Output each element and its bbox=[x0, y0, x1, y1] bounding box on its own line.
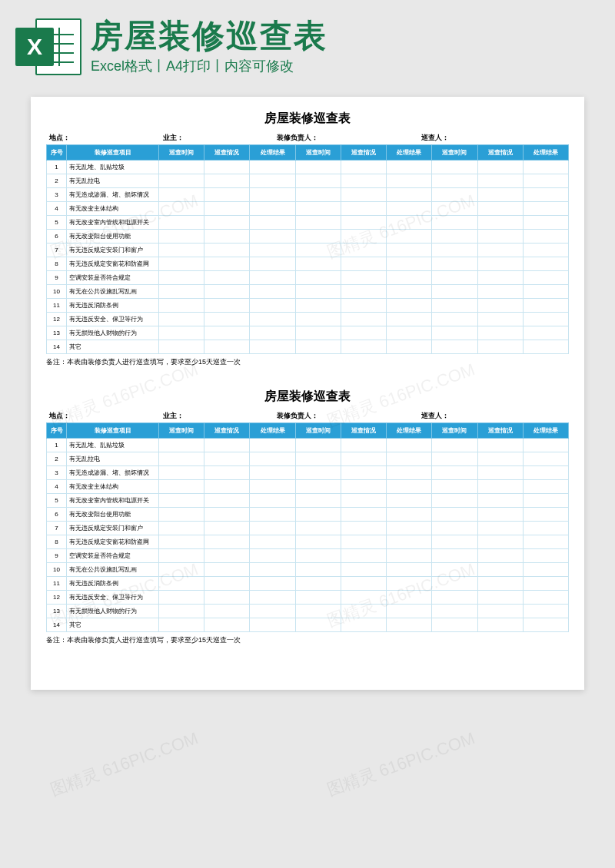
empty-cell bbox=[432, 216, 477, 230]
empty-cell bbox=[523, 161, 568, 174]
excel-icon: X bbox=[15, 14, 81, 80]
table-row: 13有无损毁他人财物的行为 bbox=[47, 326, 569, 340]
empty-cell bbox=[523, 299, 568, 313]
table-row: 5有无改变室内管线和电源开关 bbox=[47, 494, 569, 508]
empty-cell bbox=[523, 480, 568, 494]
empty-cell bbox=[295, 244, 341, 257]
table-row: 10有无在公共设施乱写乱画 bbox=[47, 285, 569, 299]
empty-cell bbox=[204, 230, 250, 244]
empty-cell bbox=[204, 216, 250, 230]
empty-cell bbox=[341, 271, 386, 285]
row-seq: 2 bbox=[47, 174, 67, 188]
column-header: 处理结果 bbox=[250, 423, 295, 439]
empty-cell bbox=[159, 439, 204, 452]
row-seq: 4 bbox=[47, 202, 67, 216]
empty-cell bbox=[341, 174, 386, 188]
empty-cell bbox=[204, 618, 250, 632]
empty-cell bbox=[159, 535, 204, 549]
table-row: 7有无违反规定安装门和窗户 bbox=[47, 522, 569, 535]
empty-cell bbox=[341, 480, 386, 494]
empty-cell bbox=[295, 216, 341, 230]
empty-cell bbox=[341, 202, 386, 216]
table-row: 8有无违反规定安窗花和防盗网 bbox=[47, 535, 569, 549]
empty-cell bbox=[159, 230, 204, 244]
empty-cell bbox=[477, 480, 523, 494]
empty-cell bbox=[204, 257, 250, 271]
empty-cell bbox=[250, 161, 295, 174]
empty-cell bbox=[250, 466, 295, 480]
empty-cell bbox=[250, 494, 295, 508]
empty-cell bbox=[341, 439, 386, 452]
empty-cell bbox=[204, 480, 250, 494]
empty-cell bbox=[295, 230, 341, 244]
empty-cell bbox=[295, 591, 341, 605]
empty-cell bbox=[250, 271, 295, 285]
empty-cell bbox=[432, 618, 477, 632]
row-item: 有无在公共设施乱写乱画 bbox=[67, 285, 159, 299]
empty-cell bbox=[159, 174, 204, 188]
empty-cell bbox=[477, 618, 523, 632]
empty-cell bbox=[477, 577, 523, 591]
empty-cell bbox=[159, 563, 204, 577]
empty-cell bbox=[250, 230, 295, 244]
empty-cell bbox=[432, 340, 477, 354]
empty-cell bbox=[204, 326, 250, 340]
table-row: 14其它 bbox=[47, 618, 569, 632]
column-header: 巡查情况 bbox=[204, 145, 250, 161]
empty-cell bbox=[341, 466, 386, 480]
empty-cell bbox=[432, 466, 477, 480]
empty-cell bbox=[341, 452, 386, 466]
empty-cell bbox=[250, 257, 295, 271]
empty-cell bbox=[523, 188, 568, 202]
row-item: 有无乱拉电 bbox=[67, 174, 159, 188]
info-label: 装修负责人： bbox=[277, 133, 421, 143]
empty-cell bbox=[387, 494, 432, 508]
inspection-form: 房屋装修巡查表地点：业主：装修负责人：巡查人：序号装修巡查项目巡查时间巡查情况处… bbox=[46, 389, 569, 645]
empty-cell bbox=[432, 174, 477, 188]
empty-cell bbox=[477, 326, 523, 340]
empty-cell bbox=[250, 522, 295, 535]
empty-cell bbox=[477, 216, 523, 230]
empty-cell bbox=[159, 188, 204, 202]
empty-cell bbox=[523, 313, 568, 326]
empty-cell bbox=[477, 508, 523, 522]
table-row: 2有无乱拉电 bbox=[47, 452, 569, 466]
row-seq: 6 bbox=[47, 508, 67, 522]
empty-cell bbox=[341, 244, 386, 257]
empty-cell bbox=[250, 535, 295, 549]
empty-cell bbox=[387, 326, 432, 340]
empty-cell bbox=[387, 161, 432, 174]
row-seq: 10 bbox=[47, 563, 67, 577]
empty-cell bbox=[387, 439, 432, 452]
empty-cell bbox=[204, 188, 250, 202]
empty-cell bbox=[341, 285, 386, 299]
empty-cell bbox=[204, 202, 250, 216]
empty-cell bbox=[523, 326, 568, 340]
row-seq: 10 bbox=[47, 285, 67, 299]
empty-cell bbox=[387, 466, 432, 480]
empty-cell bbox=[477, 257, 523, 271]
empty-cell bbox=[523, 439, 568, 452]
empty-cell bbox=[250, 313, 295, 326]
empty-cell bbox=[432, 326, 477, 340]
row-item: 有无乱堆、乱贴垃圾 bbox=[67, 161, 159, 174]
empty-cell bbox=[204, 522, 250, 535]
empty-cell bbox=[477, 202, 523, 216]
empty-cell bbox=[477, 494, 523, 508]
form-title: 房屋装修巡查表 bbox=[46, 389, 569, 405]
row-seq: 6 bbox=[47, 230, 67, 244]
column-header: 处理结果 bbox=[523, 145, 568, 161]
empty-cell bbox=[387, 188, 432, 202]
info-row: 地点：业主：装修负责人：巡查人： bbox=[46, 131, 569, 144]
empty-cell bbox=[523, 508, 568, 522]
table-row: 1有无乱堆、乱贴垃圾 bbox=[47, 161, 569, 174]
row-item: 有无改变室内管线和电源开关 bbox=[67, 216, 159, 230]
empty-cell bbox=[523, 494, 568, 508]
empty-cell bbox=[387, 549, 432, 563]
empty-cell bbox=[523, 285, 568, 299]
empty-cell bbox=[523, 216, 568, 230]
header-bar: X 房屋装修巡查表 Excel格式丨A4打印丨内容可修改 bbox=[0, 0, 615, 89]
row-seq: 13 bbox=[47, 326, 67, 340]
empty-cell bbox=[159, 326, 204, 340]
empty-cell bbox=[523, 452, 568, 466]
